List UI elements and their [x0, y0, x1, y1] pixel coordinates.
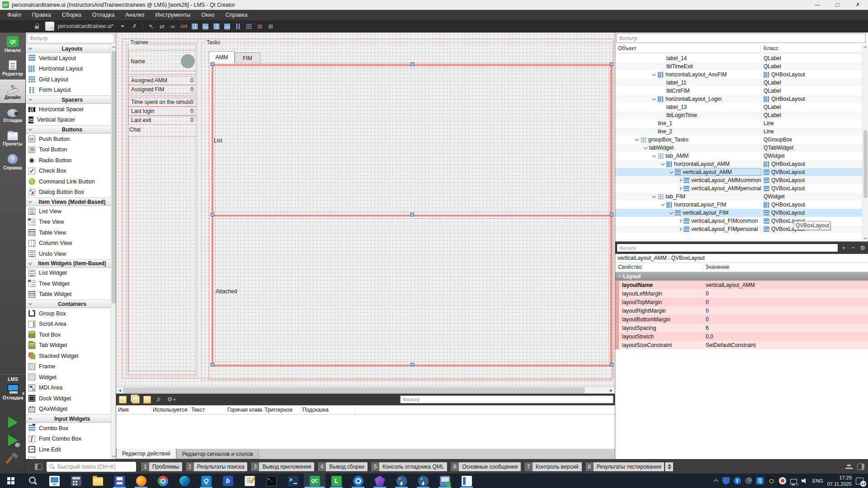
action-column-0[interactable]: Имя	[116, 407, 151, 413]
mode-проекты[interactable]: Проекты	[0, 127, 25, 150]
tree-row-verticalLayout_AMM[interactable]: verticalLayout_AMMQVBoxLayout	[615, 168, 862, 176]
tray-volume-icon[interactable]	[801, 477, 808, 484]
taskbar-panel-app[interactable]	[456, 474, 477, 488]
minimize-button[interactable]	[807, 0, 827, 9]
property-row-layoutSpacing[interactable]: layoutSpacing6	[615, 324, 868, 332]
right-sidebar-toggle-icon[interactable]	[857, 464, 864, 470]
output-pane-2[interactable]: 2Результаты поиска	[185, 462, 248, 472]
edit-buddies-icon[interactable]: ∞	[167, 21, 178, 31]
tree-row-lblLoginTime[interactable]: lblLoginTimeQLabel	[615, 111, 862, 119]
tree-row-horizontalLayout_AssFIM[interactable]: horizontalLayout_AssFIMQHBoxLayout	[615, 70, 862, 79]
property-group-layout[interactable]: Layout	[615, 272, 868, 281]
layout-form-icon[interactable]	[232, 21, 243, 31]
remove-property-icon[interactable]: −	[849, 244, 857, 252]
widget-item-combo-box[interactable]: Combo Box	[26, 423, 111, 434]
edit-signals-slots-icon[interactable]: ⇄	[156, 21, 167, 31]
scroll-right-icon[interactable]: ►	[608, 388, 614, 393]
taskbar-purple-app[interactable]	[369, 474, 391, 488]
scroll-down-icon[interactable]	[112, 454, 116, 458]
taskbar-file-explorer[interactable]	[87, 474, 108, 488]
tree-row-horizontalLayout_FIM[interactable]: horizontalLayout_FIMQHBoxLayout	[615, 201, 862, 209]
category-input-widgets[interactable]: Input Widgets	[26, 414, 111, 423]
inspector-filter-input[interactable]	[616, 33, 866, 43]
tray-steam-icon[interactable]	[745, 477, 752, 484]
tab-fim[interactable]: FIM	[235, 52, 260, 63]
chevron-down-icon[interactable]	[652, 72, 658, 78]
tree-row-label_13[interactable]: label_13QLabel	[615, 103, 862, 111]
selection-handle[interactable]	[410, 213, 414, 216]
widget-item-widget[interactable]: Widget	[26, 372, 111, 383]
property-row-layoutStretch[interactable]: layoutStretch0,0	[615, 332, 868, 341]
layout-horizontal-splitter-icon[interactable]	[211, 21, 222, 31]
menu-item-0[interactable]: Файл	[2, 10, 27, 20]
configure-actions-icon[interactable]	[166, 396, 174, 404]
inspector-scrollbar[interactable]	[862, 44, 868, 241]
taskbar-notes-app[interactable]	[239, 474, 260, 488]
tree-row-label_11[interactable]: label_11QLabel	[615, 79, 862, 87]
selection-handle[interactable]	[610, 213, 613, 216]
chevron-down-icon[interactable]	[635, 137, 641, 143]
widget-item-line-edit[interactable]: Line Edit	[26, 444, 111, 455]
selection-handle[interactable]	[610, 363, 613, 366]
tray-bluetooth-icon[interactable]	[734, 477, 741, 484]
widget-item-group-box[interactable]: Group Box	[26, 308, 111, 319]
widget-item-radio-button[interactable]: Radio Button	[26, 155, 111, 166]
taskbar-firefox[interactable]	[130, 474, 152, 488]
form-horizontal-scrollbar[interactable]: ◄ ►	[116, 386, 615, 394]
selection-handle[interactable]	[211, 363, 214, 366]
widget-item-undo-view[interactable]: Undo View	[26, 249, 111, 259]
language-indicator[interactable]: ENG	[812, 478, 823, 483]
menu-item-5[interactable]: Инструменты	[150, 10, 196, 20]
action-column-5[interactable]: Подсказка	[301, 407, 355, 413]
output-pane-8[interactable]: 8Результаты тестирования	[585, 462, 665, 472]
tab-amm[interactable]: AMM	[209, 51, 235, 63]
taskbar-postgres-a[interactable]	[391, 474, 412, 488]
tree-row-label_14[interactable]: label_14QLabel	[615, 54, 862, 62]
time-spent-row[interactable]: Time spent on the simulator 0	[128, 98, 196, 107]
chevron-down-icon[interactable]	[660, 202, 666, 208]
widget-item-dock-widget[interactable]: Dock Widget	[26, 393, 111, 404]
widget-item-push-button[interactable]: Push Button	[26, 134, 111, 145]
taskbar-search[interactable]	[22, 474, 43, 488]
break-layout-icon[interactable]: ⊠	[254, 21, 265, 31]
property-row-layoutBottomMargin[interactable]: layoutBottomMargin0	[615, 315, 868, 324]
tree-row-verticalLayout_FIM[interactable]: verticalLayout_FIMQVBoxLayout	[615, 209, 862, 217]
tab-action-editor[interactable]: Редактор действий	[116, 449, 176, 459]
assigned-amm-row[interactable]: Assigned AMM 0	[128, 76, 196, 85]
taskbar-chrome[interactable]	[152, 474, 174, 488]
debug-button[interactable]	[5, 433, 21, 448]
output-pane-updown-icon[interactable]	[665, 462, 674, 472]
tree-row-lblTimeExit[interactable]: lblTimeExitQLabel	[615, 62, 862, 70]
tray-onedrive-shield-icon[interactable]	[722, 477, 730, 484]
scroll-up-icon[interactable]	[112, 45, 116, 49]
widget-item-font-combo-box[interactable]: Font Combo Box	[26, 434, 111, 445]
hidden-icons-caret[interactable]	[714, 479, 718, 483]
widget-item-dialog-button-box[interactable]: Dialog Button Box	[26, 187, 111, 198]
widget-item-check-box[interactable]: Check Box	[26, 166, 111, 177]
widget-item-table-widget[interactable]: Table Widget	[26, 289, 111, 300]
tree-row-groupBox_Tasks[interactable]: groupBox_TasksQGroupBox	[615, 136, 862, 144]
tree-row-verticalLayout_AMMcommon[interactable]: verticalLayout_AMMcommonQVBoxLayout	[615, 176, 862, 184]
chevron-down-icon[interactable]	[669, 210, 675, 216]
left-sidebar-toggle-icon[interactable]	[35, 464, 42, 470]
widget-item-vertical-layout[interactable]: Vertical Layout	[26, 53, 111, 64]
category-containers[interactable]: Containers	[26, 300, 111, 308]
taskbar-calculator[interactable]	[65, 474, 87, 488]
tray-security-icon[interactable]	[779, 477, 786, 484]
menu-item-3[interactable]: Отладка	[87, 10, 120, 20]
output-pane-3[interactable]: 3Вывод приложения	[250, 462, 315, 472]
mode-начало[interactable]: Начало	[0, 33, 25, 56]
category-item-views-model-based[interactable]: Item Views (Model-Based)	[26, 197, 111, 206]
maximize-button[interactable]	[827, 0, 848, 9]
delete-action-icon[interactable]	[155, 396, 162, 404]
edit-widgets-icon[interactable]: ↖	[146, 21, 156, 31]
category-item-widgets-item-based[interactable]: Item Widgets (Item-Based)	[26, 259, 111, 268]
widget-box-scrollbar[interactable]	[111, 44, 116, 459]
tree-row-tab_FIM[interactable]: tab_FIMQWidget	[615, 192, 862, 201]
category-layouts[interactable]: Layouts	[26, 44, 111, 53]
chevron-down-icon[interactable]	[669, 169, 675, 175]
chevron-down-icon[interactable]	[652, 194, 658, 200]
selection-handle[interactable]	[211, 62, 214, 66]
chat-box-outline[interactable]	[128, 136, 196, 371]
close-button[interactable]	[848, 0, 868, 9]
